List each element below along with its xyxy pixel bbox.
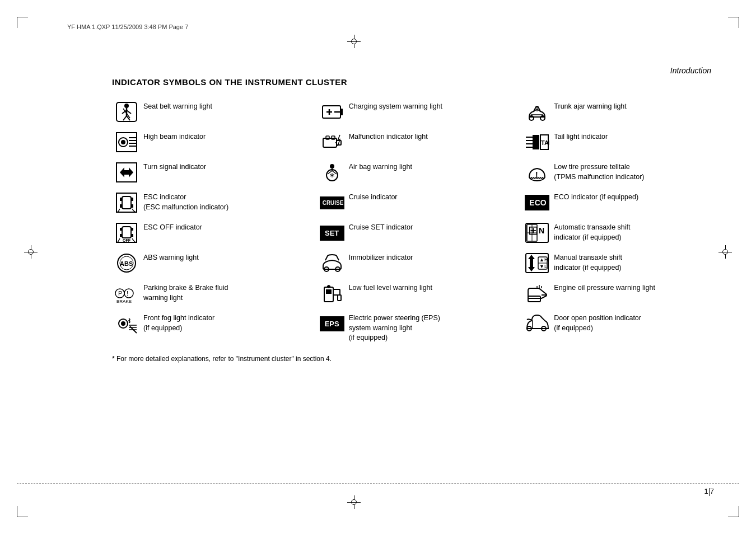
crosshair-top bbox=[347, 35, 361, 48]
abs-icon: ABS bbox=[114, 252, 139, 274]
svg-rect-58 bbox=[120, 234, 122, 237]
svg-rect-84 bbox=[326, 289, 332, 294]
lowtire-label: Low tire pressure telltale(TPMS malfunct… bbox=[554, 161, 644, 182]
dooropen-label: Door open position indicator(if equipped… bbox=[554, 312, 641, 333]
svg-text:▼L: ▼L bbox=[539, 264, 547, 269]
list-item: ABS ABS warning light bbox=[112, 248, 312, 278]
eco-icon: ECO bbox=[525, 191, 549, 214]
list-item: CRUISE Cruise indicator bbox=[318, 188, 517, 218]
autotransaxle-icon: ⊞ N bbox=[525, 222, 549, 244]
immobilizer-icon bbox=[320, 252, 344, 274]
esc-label: ESC indicator(ESC malfunction indicator) bbox=[143, 191, 228, 212]
list-item: Engine oil pressure warning light bbox=[522, 278, 722, 308]
list-item: Door open position indicator(if equipped… bbox=[522, 308, 722, 347]
turnsignal-label: Turn signal indicator bbox=[143, 161, 206, 172]
indicators-grid: Seat belt warning light Charging system … bbox=[112, 97, 722, 347]
page-separator bbox=[709, 488, 710, 496]
seatbelt-label: Seat belt warning light bbox=[143, 101, 212, 112]
list-item: ESC indicator(ESC malfunction indicator) bbox=[112, 188, 312, 218]
turnsignal-icon bbox=[114, 161, 139, 184]
svg-text:N: N bbox=[539, 226, 544, 235]
eps-label: Electric power steering (EPS)system warn… bbox=[349, 312, 440, 343]
svg-text:▲H: ▲H bbox=[539, 257, 548, 263]
lowtire-icon: ! bbox=[525, 161, 549, 184]
charging-label: Charging system warning light bbox=[349, 101, 442, 112]
svg-rect-51 bbox=[131, 198, 133, 201]
malfunction-label: Malfunction indicator light bbox=[349, 131, 428, 142]
list-item: Trunk ajar warning light bbox=[522, 97, 722, 127]
list-item: EPS Electric power steering (EPS)system … bbox=[318, 308, 517, 347]
list-item: Seat belt warning light bbox=[112, 97, 312, 127]
svg-rect-56 bbox=[120, 228, 122, 231]
parkbrake-label: Parking brake & Brake fluidwarning light bbox=[143, 282, 228, 303]
esc-icon bbox=[114, 191, 139, 214]
manualtransaxle-icon: ▲H ▼L bbox=[525, 252, 549, 274]
svg-point-18 bbox=[121, 140, 125, 144]
cruiseset-label: Cruise SET indicator bbox=[349, 222, 413, 233]
list-item: Low fuel level warning light bbox=[318, 278, 517, 308]
engineoil-label: Engine oil pressure warning light bbox=[554, 282, 655, 293]
svg-rect-52 bbox=[120, 204, 122, 208]
eco-label: ECO indicator (if equipped) bbox=[554, 191, 638, 203]
svg-text:BRAKE: BRAKE bbox=[116, 299, 132, 304]
crop-mark-bl bbox=[17, 506, 28, 517]
svg-point-80 bbox=[124, 289, 133, 298]
list-item: Front fog light indicator(if equipped) bbox=[112, 308, 312, 347]
lowfuel-icon bbox=[320, 282, 344, 305]
abs-label: ABS warning light bbox=[143, 252, 199, 263]
highbeam-icon bbox=[114, 131, 139, 153]
bottom-dashed-line bbox=[17, 483, 739, 484]
list-item: High beam indicator bbox=[112, 127, 312, 157]
intro-label: Introduction bbox=[670, 66, 711, 75]
list-item: SET Cruise SET indicator bbox=[318, 218, 517, 248]
list-item: ▲H ▼L Manual transaxle shiftindicator (i… bbox=[522, 248, 722, 278]
crop-mark-tl bbox=[17, 17, 28, 28]
list-item: ⊞ N Automatic transaxle shiftindicator (… bbox=[522, 218, 722, 248]
parkbrake-icon: P ! BRAKE bbox=[114, 282, 139, 305]
escoff-label: ESC OFF indicator bbox=[143, 222, 202, 233]
cruise-icon: CRUISE bbox=[320, 191, 344, 214]
section-title: INDICATOR SYMBOLS ON THE INSTRUMENT CLUS… bbox=[112, 77, 722, 87]
lowfuel-label: Low fuel level warning light bbox=[349, 282, 432, 293]
svg-rect-53 bbox=[131, 204, 133, 208]
svg-text:OFF: OFF bbox=[123, 238, 131, 242]
airbag-label: Air bag warning light bbox=[349, 161, 412, 172]
list-item: OFF ESC OFF indicator bbox=[112, 218, 312, 248]
svg-rect-87 bbox=[338, 295, 341, 301]
cruiseset-icon: SET bbox=[320, 222, 344, 244]
malfunction-icon bbox=[320, 131, 344, 153]
autotransaxle-label: Automatic transaxle shiftindicator (if e… bbox=[554, 222, 630, 242]
highbeam-label: High beam indicator bbox=[143, 131, 206, 142]
svg-rect-34 bbox=[533, 135, 539, 149]
dooropen-icon bbox=[525, 312, 549, 335]
svg-text:ABS: ABS bbox=[120, 260, 133, 267]
svg-rect-9 bbox=[340, 109, 343, 115]
svg-rect-83 bbox=[324, 287, 333, 302]
svg-point-39 bbox=[330, 164, 334, 168]
file-info: YF HMA 1.QXP 11/25/2009 3:48 PM Page 7 bbox=[67, 24, 188, 30]
svg-rect-50 bbox=[120, 198, 122, 201]
svg-rect-57 bbox=[131, 228, 133, 231]
svg-point-94 bbox=[121, 321, 125, 326]
list-item: Malfunction indicator light bbox=[318, 127, 517, 157]
page-num-2: 7 bbox=[710, 487, 714, 495]
list-item: P ! BRAKE Parking brake & Brake fluidwar… bbox=[112, 278, 312, 308]
svg-text:!: ! bbox=[127, 290, 128, 297]
trunkajar-label: Trunk ajar warning light bbox=[554, 101, 626, 112]
crosshair-mid-left bbox=[24, 245, 38, 259]
crosshair-bottom bbox=[347, 495, 361, 509]
svg-rect-55 bbox=[122, 227, 131, 238]
trunkajar-icon bbox=[525, 101, 549, 123]
crop-mark-tr bbox=[728, 17, 739, 28]
list-item: Charging system warning light bbox=[318, 97, 517, 127]
svg-text:TAIL: TAIL bbox=[541, 139, 549, 146]
crop-mark-br bbox=[728, 506, 739, 517]
taillight-label: Tail light indicator bbox=[554, 131, 608, 142]
svg-rect-59 bbox=[131, 234, 133, 237]
seatbelt-icon bbox=[114, 101, 139, 123]
frontfog-label: Front fog light indicator(if equipped) bbox=[143, 312, 214, 333]
charging-icon bbox=[320, 101, 344, 123]
list-item: Turn signal indicator bbox=[112, 157, 312, 188]
page-num-1: 1 bbox=[704, 487, 708, 495]
list-item: ECO ECO indicator (if equipped) bbox=[522, 188, 722, 218]
